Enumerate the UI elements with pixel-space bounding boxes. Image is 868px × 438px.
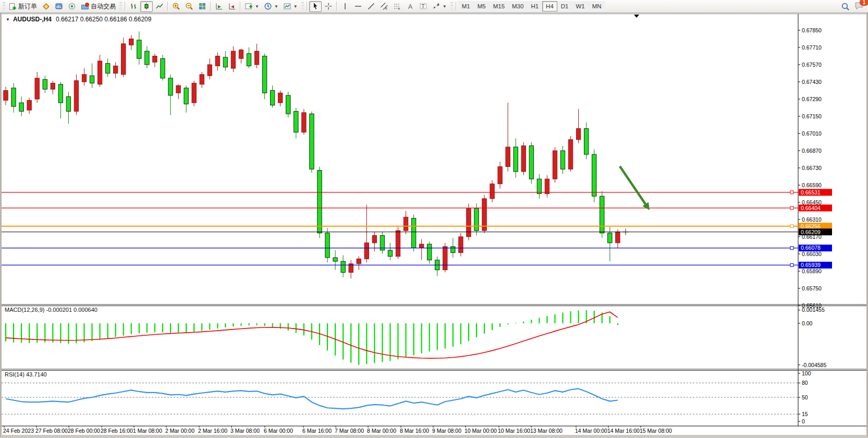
chart-title: ▼ AUDUSD-,H4 0.66217 0.66250 0.66186 0.6… — [6, 16, 151, 23]
horizontal-line-button[interactable] — [352, 1, 364, 12]
tile-windows-button[interactable] — [196, 1, 209, 12]
rsi-label: RSI(14) 43.7140 — [5, 371, 47, 378]
channel-button[interactable]: E — [378, 1, 390, 12]
price-axis-tick: 0.66730 — [802, 165, 822, 171]
price-axis-tick: 0.67570 — [802, 62, 822, 68]
trendline-button[interactable] — [365, 1, 377, 12]
toolbar-separator — [307, 2, 308, 11]
label-button[interactable]: T — [417, 1, 430, 12]
chart-shift-button[interactable] — [226, 1, 238, 12]
chart-ohlc: 0.66217 0.66250 0.66186 0.66209 — [56, 16, 152, 23]
bar-chart-icon — [129, 2, 138, 10]
time-axis-label: 15 Mar 08:00 — [640, 428, 672, 434]
price-axis-tick: 0.66590 — [802, 182, 822, 188]
timeframe-button-h4[interactable]: H4 — [542, 1, 557, 11]
timeframe-button-m5[interactable]: M5 — [474, 1, 490, 11]
line-anchor[interactable] — [790, 191, 793, 194]
chart-canvas[interactable]: 0.665310.664040.662560.660780.659390.662… — [2, 13, 866, 435]
price-tag-label: 0.65939 — [801, 262, 821, 268]
bar-chart-button[interactable] — [127, 1, 140, 12]
quotes-button[interactable] — [40, 1, 52, 12]
macd-axis-tick: -0.004585 — [802, 362, 826, 368]
price-axis-tick: 0.67850 — [802, 27, 822, 33]
zoom-in-button[interactable] — [170, 1, 182, 12]
zoom-out-icon — [185, 2, 193, 10]
line-chart-icon — [155, 2, 164, 10]
toolbar-grip[interactable] — [3, 2, 5, 11]
notifications-button[interactable]: 1 — [854, 1, 865, 13]
trendline-icon — [367, 2, 375, 10]
new-order-icon — [9, 3, 17, 10]
toolbar-separator — [210, 2, 211, 11]
timeframe-button-m1[interactable]: M1 — [458, 1, 474, 11]
price-axis-tick: 0.66310 — [802, 216, 822, 223]
crosshair-button[interactable] — [322, 1, 335, 12]
trend-arrow[interactable] — [620, 166, 645, 204]
candlestick-chart-icon — [142, 2, 151, 10]
chevron-down-icon: ▼ — [443, 4, 447, 9]
timeframe-button-mn[interactable]: MN — [589, 1, 605, 11]
price-axis-tick: 0.66450 — [802, 199, 822, 205]
auto-scroll-button[interactable] — [213, 1, 225, 12]
timeframe-toolbar: M1M5M15M30H1H4D1W1MN — [458, 1, 605, 11]
time-axis-label: 7 Mar 08:00 — [335, 428, 364, 434]
time-axis-label: 3 Mar 08:00 — [230, 428, 260, 434]
zoom-in-icon — [172, 2, 180, 10]
price-tag-label: 0.66404 — [801, 205, 821, 211]
label-icon: T — [419, 2, 427, 10]
time-axis-label: 1 Mar 08:00 — [133, 428, 162, 434]
timeframe-button-m15[interactable]: M15 — [490, 1, 508, 11]
price-tag-label: 0.66531 — [801, 189, 821, 196]
vertical-line-button[interactable] — [339, 1, 351, 12]
line-anchor[interactable] — [790, 225, 793, 228]
time-axis-label: 6 Mar 16:00 — [302, 428, 332, 434]
svg-text:A: A — [408, 3, 412, 10]
auto-trading-button[interactable]: 自动交易 — [79, 1, 118, 12]
toolbar-separator — [336, 2, 337, 11]
time-axis-label: 10 Mar 16:00 — [498, 428, 530, 434]
rsi-axis-tick: 80 — [802, 380, 808, 386]
new-order-button[interactable]: 新订单 — [7, 1, 39, 12]
time-axis-label: 28 Feb 16:00 — [101, 428, 133, 434]
auto-scroll-icon — [215, 2, 223, 10]
price-axis-tick: 0.67150 — [802, 113, 822, 119]
text-button[interactable]: A — [404, 1, 417, 12]
timeframe-button-d1[interactable]: D1 — [557, 1, 572, 11]
line-chart-button[interactable] — [153, 1, 166, 12]
price-axis-tick: 0.67710 — [802, 44, 822, 51]
indicators-button[interactable]: ▼ — [242, 1, 261, 12]
templates-button[interactable]: ▼ — [281, 1, 300, 12]
time-axis-label: 13 Mar 08:00 — [530, 428, 563, 434]
timeframe-button-h1[interactable]: H1 — [527, 1, 542, 11]
line-anchor[interactable] — [790, 263, 793, 266]
charts-button[interactable] — [53, 1, 65, 12]
templates-icon — [283, 2, 291, 10]
arrows-button[interactable]: ▼ — [430, 1, 449, 12]
fibonacci-button[interactable]: F — [391, 1, 404, 12]
line-anchor[interactable] — [790, 206, 793, 210]
signal-icon — [68, 2, 76, 10]
signal-button[interactable] — [66, 1, 78, 12]
toolbar-grip[interactable] — [301, 2, 304, 11]
line-anchor[interactable] — [790, 247, 793, 250]
toolbar-grip[interactable] — [450, 2, 453, 11]
macd-label: MACD(12,26,9) -0.000201 0.000640 — [5, 307, 97, 313]
cursor-button[interactable] — [309, 1, 322, 12]
periods-icon — [264, 2, 272, 10]
timeframe-button-m30[interactable]: M30 — [508, 1, 527, 11]
time-axis-label: 14 Mar 00:00 — [575, 428, 607, 434]
zoom-out-button[interactable] — [183, 1, 195, 12]
candlestick-chart-button[interactable] — [140, 1, 153, 12]
toolbar-separator — [125, 2, 126, 11]
chart-shift-icon — [228, 2, 236, 10]
notification-badge: 1 — [860, 0, 868, 6]
toolbar-grip[interactable] — [119, 2, 122, 11]
candles — [4, 31, 620, 278]
price-axis-tick: 0.67010 — [802, 130, 822, 137]
timeframe-button-w1[interactable]: W1 — [572, 1, 589, 11]
search-icon[interactable] — [841, 2, 850, 11]
periods-button[interactable]: ▼ — [262, 1, 280, 12]
new-order-label: 新订单 — [18, 2, 37, 11]
collapse-icon[interactable]: ▼ — [6, 17, 10, 22]
chart-window[interactable]: 0.665310.664040.662560.660780.659390.662… — [0, 13, 868, 438]
